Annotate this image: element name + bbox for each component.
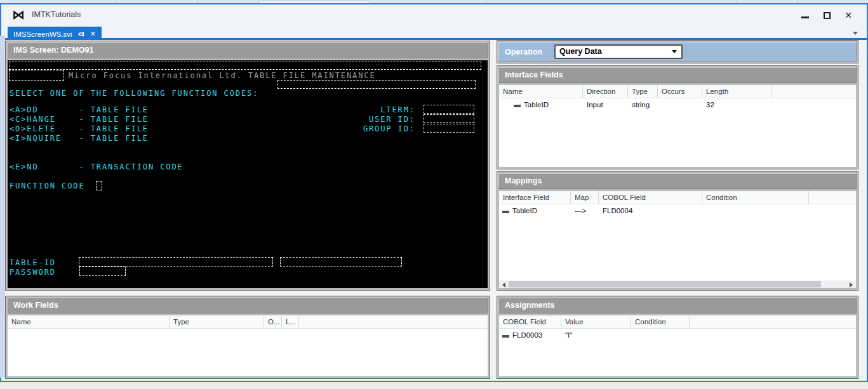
cell-interface-field-text: TableID xyxy=(512,207,537,214)
column-header-value[interactable]: Value xyxy=(561,315,631,328)
column-header-direction[interactable]: Direction xyxy=(583,85,628,98)
grid-header: Name Direction Type Occurs Length xyxy=(499,85,856,98)
terminal-field[interactable] xyxy=(96,181,102,190)
column-header-name[interactable]: Name xyxy=(499,85,583,98)
column-header-interface-field[interactable]: Interface Field xyxy=(499,191,571,204)
column-header-condition[interactable]: Condition xyxy=(631,315,690,328)
scrollbar-thumb[interactable] xyxy=(509,281,821,287)
column-header-occurs[interactable]: O... xyxy=(264,315,282,328)
maximize-button[interactable] xyxy=(816,7,838,23)
cell-cobol-field-text: FLD0003 xyxy=(512,331,542,339)
cell-interface-field: TableID xyxy=(499,207,571,214)
grid-header: COBOL Field Value Condition xyxy=(499,315,856,329)
column-header-type[interactable]: Type xyxy=(170,315,264,328)
interface-fields-grid: Name Direction Type Occurs Length TableI… xyxy=(499,85,856,167)
terminal-field[interactable] xyxy=(9,70,64,81)
terminal-field[interactable] xyxy=(79,257,273,267)
terminal-field[interactable] xyxy=(424,105,474,114)
minimize-button[interactable] xyxy=(794,7,816,23)
tab-label: IMSScreenWS.svi xyxy=(13,30,72,38)
terminal-lterm-label: LTERM: xyxy=(380,105,415,114)
scroll-right-button[interactable] xyxy=(846,280,856,289)
title-bar: ⋈ IMTKTutorials ✕ xyxy=(1,4,867,25)
work-fields-title: Work Fields xyxy=(13,301,58,310)
terminal-end-line: <E>ND - TRANSACTION CODE xyxy=(10,162,184,171)
terminal-field[interactable] xyxy=(280,257,402,267)
work-fields-grid: Name Type O... L... xyxy=(8,315,488,376)
cell-direction: Input xyxy=(583,101,628,109)
ims-screen-title: IMS Screen: DEMO91 xyxy=(13,46,93,55)
column-header-type[interactable]: Type xyxy=(628,85,658,98)
terminal-function-line: <D>ELETE - TABLE FILE xyxy=(10,124,149,133)
grid-header: Name Type O... L... xyxy=(8,315,488,329)
mappings-panel-header: Mappings xyxy=(498,173,857,189)
terminal-field[interactable] xyxy=(424,124,474,133)
terminal-field[interactable] xyxy=(79,267,126,276)
column-header-cobol-field[interactable]: COBOL Field xyxy=(499,315,561,328)
horizontal-scrollbar[interactable] xyxy=(499,280,856,288)
ims-screen-panel-header: IMS Screen: DEMO91 xyxy=(7,43,488,58)
terminal-userid-label: USER ID: xyxy=(369,115,415,124)
operation-select[interactable]: Query Data xyxy=(554,44,683,59)
column-header-occurs[interactable]: Occurs xyxy=(658,85,702,98)
assignments-title: Assignments xyxy=(505,301,555,310)
terminal-field[interactable] xyxy=(424,114,474,123)
operation-label: Operation xyxy=(505,48,549,56)
cell-value: "I" xyxy=(561,331,631,339)
terminal-function-line: <A>DD - TABLE FILE xyxy=(10,105,149,114)
left-margin xyxy=(0,36,5,378)
cell-type: string xyxy=(628,101,658,109)
mappings-title: Mappings xyxy=(505,176,542,185)
column-header-condition[interactable]: Condition xyxy=(702,191,809,204)
scroll-left-button[interactable] xyxy=(499,280,509,289)
terminal-function-code-label: FUNCTION CODE xyxy=(10,181,85,190)
scroll-left-icon xyxy=(502,282,505,287)
operation-selected-value: Query Data xyxy=(559,47,602,56)
table-row[interactable]: TableID Input string 32 xyxy=(499,98,856,111)
column-header-length[interactable]: L... xyxy=(282,315,299,328)
mappings-grid: Interface Field Map COBOL Field Conditio… xyxy=(499,191,856,280)
screen: ⋈ IMTKTutorials ✕ IMSScreenWS.svi ✕ xyxy=(0,0,868,389)
terminal-function-line: <I>NQUIRE - TABLE FILE xyxy=(10,134,149,143)
cell-name-text: TableID xyxy=(524,101,549,109)
column-header-filler xyxy=(299,315,488,328)
column-header-filler xyxy=(772,85,856,98)
terminal-banner: Micro Focus International Ltd. TABLE FIL… xyxy=(69,71,376,80)
terminal-table-id-label: TABLE-ID xyxy=(10,258,56,267)
terminal-field[interactable] xyxy=(277,80,476,89)
ims-terminal-screen[interactable]: Micro Focus International Ltd. TABLE FIL… xyxy=(8,60,488,288)
cell-length: 32 xyxy=(702,101,772,109)
terminal-groupid-label: GROUP ID: xyxy=(363,124,415,133)
column-header-name[interactable]: Name xyxy=(8,315,170,328)
document-list-caret-icon[interactable] xyxy=(853,32,858,35)
close-icon: ✕ xyxy=(845,11,852,20)
column-header-map[interactable]: Map xyxy=(571,191,599,204)
column-header-length[interactable]: Length xyxy=(702,85,772,98)
terminal-select-line: SELECT ONE OF THE FOLLOWING FUNCTION COD… xyxy=(10,89,258,98)
terminal-field[interactable] xyxy=(9,62,481,70)
ims-screen-panel: IMS Screen: DEMO91 Micro Focus Internati… xyxy=(5,41,490,291)
operation-bar-inner: Operation Query Data xyxy=(498,42,857,62)
field-icon xyxy=(502,211,509,213)
grid-header: Interface Field Map COBOL Field Conditio… xyxy=(499,191,856,204)
vs-logo-icon: ⋈ xyxy=(12,7,25,22)
tab-close-icon[interactable]: ✕ xyxy=(90,30,96,37)
combo-caret-icon[interactable] xyxy=(672,50,677,53)
mappings-panel: Mappings Interface Field Map COBOL Field… xyxy=(497,171,858,291)
pin-icon[interactable] xyxy=(77,30,85,38)
cell-cobol-field: FLD0004 xyxy=(599,207,702,214)
window-title: IMTKTutorials xyxy=(32,10,81,19)
cell-name: TableID xyxy=(499,101,583,109)
interface-fields-panel: Interface Fields Name Direction Type Occ… xyxy=(497,65,858,169)
field-icon xyxy=(502,335,509,338)
table-row[interactable]: FLD0003 "I" xyxy=(499,329,856,341)
terminal-password-label: PASSWORD xyxy=(10,268,56,277)
table-row[interactable]: TableID ---> FLD0004 xyxy=(499,204,856,217)
assignments-grid: COBOL Field Value Condition FLD0003 "I" xyxy=(499,315,856,376)
tab-strip: IMSScreenWS.svi ✕ xyxy=(1,25,867,39)
column-header-cobol-field[interactable]: COBOL Field xyxy=(599,191,702,204)
minimize-icon xyxy=(801,16,809,18)
assignments-panel-header: Assignments xyxy=(498,298,857,313)
close-button[interactable]: ✕ xyxy=(838,7,859,23)
interface-fields-panel-header: Interface Fields xyxy=(498,67,857,83)
